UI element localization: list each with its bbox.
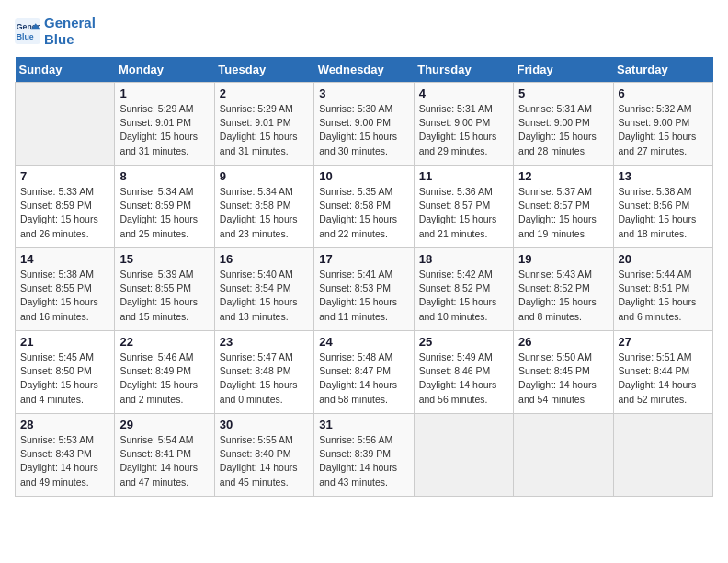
cell-info: Sunrise: 5:45 AMSunset: 8:50 PMDaylight:… <box>20 350 109 407</box>
calendar-cell: 3Sunrise: 5:30 AMSunset: 9:00 PMDaylight… <box>314 83 414 166</box>
cell-info: Sunrise: 5:34 AMSunset: 8:58 PMDaylight:… <box>220 185 309 241</box>
calendar-cell <box>514 414 613 497</box>
logo-icon: General Blue <box>15 18 40 44</box>
cell-info: Sunrise: 5:34 AMSunset: 8:59 PMDaylight:… <box>119 185 209 241</box>
weekday-header-monday: Monday <box>115 57 214 83</box>
calendar-cell: 25Sunrise: 5:49 AMSunset: 8:46 PMDayligh… <box>414 331 513 414</box>
calendar-header: SundayMondayTuesdayWednesdayThursdayFrid… <box>16 57 713 83</box>
calendar-cell: 15Sunrise: 5:39 AMSunset: 8:55 PMDayligh… <box>115 248 214 331</box>
cell-info: Sunrise: 5:47 AMSunset: 8:48 PMDaylight:… <box>220 350 309 407</box>
weekday-header-friday: Friday <box>514 57 613 83</box>
day-number: 24 <box>319 335 408 349</box>
cell-info: Sunrise: 5:36 AMSunset: 8:57 PMDaylight:… <box>419 185 508 241</box>
day-number: 17 <box>319 252 408 266</box>
cell-info: Sunrise: 5:40 AMSunset: 8:54 PMDaylight:… <box>220 268 309 324</box>
calendar-cell <box>16 83 115 166</box>
cell-info: Sunrise: 5:39 AMSunset: 8:55 PMDaylight:… <box>119 268 209 324</box>
cell-info: Sunrise: 5:29 AMSunset: 9:01 PMDaylight:… <box>119 102 209 158</box>
day-number: 14 <box>20 252 109 266</box>
weekday-header-thursday: Thursday <box>414 57 513 83</box>
calendar-cell: 18Sunrise: 5:42 AMSunset: 8:52 PMDayligh… <box>414 248 513 331</box>
day-number: 9 <box>220 169 309 183</box>
week-row-4: 21Sunrise: 5:45 AMSunset: 8:50 PMDayligh… <box>16 331 713 414</box>
cell-info: Sunrise: 5:53 AMSunset: 8:43 PMDaylight:… <box>20 433 109 489</box>
cell-info: Sunrise: 5:37 AMSunset: 8:57 PMDaylight:… <box>518 185 608 241</box>
calendar-cell: 1Sunrise: 5:29 AMSunset: 9:01 PMDaylight… <box>115 83 214 166</box>
day-number: 26 <box>518 335 608 349</box>
calendar-cell: 14Sunrise: 5:38 AMSunset: 8:55 PMDayligh… <box>16 248 115 331</box>
day-number: 4 <box>419 86 508 100</box>
cell-info: Sunrise: 5:56 AMSunset: 8:39 PMDaylight:… <box>319 433 408 489</box>
day-number: 7 <box>20 169 109 183</box>
cell-info: Sunrise: 5:31 AMSunset: 9:00 PMDaylight:… <box>419 102 508 158</box>
calendar-cell: 30Sunrise: 5:55 AMSunset: 8:40 PMDayligh… <box>214 414 313 497</box>
calendar-cell: 22Sunrise: 5:46 AMSunset: 8:49 PMDayligh… <box>115 331 214 414</box>
calendar-cell: 5Sunrise: 5:31 AMSunset: 9:00 PMDaylight… <box>514 83 613 166</box>
calendar-cell: 16Sunrise: 5:40 AMSunset: 8:54 PMDayligh… <box>214 248 313 331</box>
day-number: 11 <box>419 169 508 183</box>
calendar-cell: 12Sunrise: 5:37 AMSunset: 8:57 PMDayligh… <box>514 166 613 248</box>
calendar-cell: 21Sunrise: 5:45 AMSunset: 8:50 PMDayligh… <box>16 331 115 414</box>
calendar-cell: 23Sunrise: 5:47 AMSunset: 8:48 PMDayligh… <box>214 331 313 414</box>
day-number: 16 <box>220 252 309 266</box>
cell-info: Sunrise: 5:49 AMSunset: 8:46 PMDaylight:… <box>419 350 508 407</box>
weekday-header-saturday: Saturday <box>613 57 712 83</box>
week-row-1: 1Sunrise: 5:29 AMSunset: 9:01 PMDaylight… <box>16 83 713 166</box>
cell-info: Sunrise: 5:50 AMSunset: 8:45 PMDaylight:… <box>518 350 608 407</box>
calendar-cell: 4Sunrise: 5:31 AMSunset: 9:00 PMDaylight… <box>414 83 513 166</box>
day-number: 2 <box>220 86 309 100</box>
cell-info: Sunrise: 5:38 AMSunset: 8:56 PMDaylight:… <box>619 185 708 241</box>
calendar-cell: 17Sunrise: 5:41 AMSunset: 8:53 PMDayligh… <box>314 248 414 331</box>
page-header: General Blue General Blue <box>15 15 713 48</box>
cell-info: Sunrise: 5:51 AMSunset: 8:44 PMDaylight:… <box>619 350 708 407</box>
calendar-body: 1Sunrise: 5:29 AMSunset: 9:01 PMDaylight… <box>16 83 713 497</box>
calendar-cell <box>613 414 712 497</box>
calendar-cell: 9Sunrise: 5:34 AMSunset: 8:58 PMDaylight… <box>214 166 313 248</box>
weekday-header-tuesday: Tuesday <box>214 57 313 83</box>
day-number: 30 <box>220 418 309 431</box>
cell-info: Sunrise: 5:38 AMSunset: 8:55 PMDaylight:… <box>20 268 109 324</box>
cell-info: Sunrise: 5:32 AMSunset: 9:00 PMDaylight:… <box>619 102 708 158</box>
calendar-cell: 31Sunrise: 5:56 AMSunset: 8:39 PMDayligh… <box>314 414 414 497</box>
calendar-cell <box>414 414 513 497</box>
cell-info: Sunrise: 5:35 AMSunset: 8:58 PMDaylight:… <box>319 185 408 241</box>
cell-info: Sunrise: 5:30 AMSunset: 9:00 PMDaylight:… <box>319 102 408 158</box>
calendar-cell: 11Sunrise: 5:36 AMSunset: 8:57 PMDayligh… <box>414 166 513 248</box>
calendar-cell: 6Sunrise: 5:32 AMSunset: 9:00 PMDaylight… <box>613 83 712 166</box>
calendar-cell: 8Sunrise: 5:34 AMSunset: 8:59 PMDaylight… <box>115 166 214 248</box>
calendar-cell: 7Sunrise: 5:33 AMSunset: 8:59 PMDaylight… <box>16 166 115 248</box>
day-number: 5 <box>518 86 608 100</box>
calendar-cell: 24Sunrise: 5:48 AMSunset: 8:47 PMDayligh… <box>314 331 414 414</box>
day-number: 29 <box>119 418 209 431</box>
day-number: 12 <box>518 169 608 183</box>
calendar-cell: 13Sunrise: 5:38 AMSunset: 8:56 PMDayligh… <box>613 166 712 248</box>
day-number: 28 <box>20 418 109 431</box>
cell-info: Sunrise: 5:41 AMSunset: 8:53 PMDaylight:… <box>319 268 408 324</box>
day-number: 27 <box>619 335 708 349</box>
cell-info: Sunrise: 5:46 AMSunset: 8:49 PMDaylight:… <box>119 350 209 407</box>
day-number: 13 <box>619 169 708 183</box>
day-number: 21 <box>20 335 109 349</box>
calendar-cell: 2Sunrise: 5:29 AMSunset: 9:01 PMDaylight… <box>214 83 313 166</box>
day-number: 22 <box>119 335 209 349</box>
cell-info: Sunrise: 5:55 AMSunset: 8:40 PMDaylight:… <box>220 433 309 489</box>
week-row-2: 7Sunrise: 5:33 AMSunset: 8:59 PMDaylight… <box>16 166 713 248</box>
day-number: 25 <box>419 335 508 349</box>
calendar-cell: 28Sunrise: 5:53 AMSunset: 8:43 PMDayligh… <box>16 414 115 497</box>
cell-info: Sunrise: 5:33 AMSunset: 8:59 PMDaylight:… <box>20 185 109 241</box>
weekday-header-sunday: Sunday <box>16 57 115 83</box>
logo-text: General Blue <box>44 15 96 48</box>
day-number: 19 <box>518 252 608 266</box>
cell-info: Sunrise: 5:43 AMSunset: 8:52 PMDaylight:… <box>518 268 608 324</box>
calendar-cell: 27Sunrise: 5:51 AMSunset: 8:44 PMDayligh… <box>613 331 712 414</box>
calendar-cell: 20Sunrise: 5:44 AMSunset: 8:51 PMDayligh… <box>613 248 712 331</box>
calendar-cell: 29Sunrise: 5:54 AMSunset: 8:41 PMDayligh… <box>115 414 214 497</box>
day-number: 1 <box>119 86 209 100</box>
week-row-5: 28Sunrise: 5:53 AMSunset: 8:43 PMDayligh… <box>16 414 713 497</box>
svg-text:Blue: Blue <box>17 32 34 41</box>
cell-info: Sunrise: 5:42 AMSunset: 8:52 PMDaylight:… <box>419 268 508 324</box>
day-number: 20 <box>619 252 708 266</box>
week-row-3: 14Sunrise: 5:38 AMSunset: 8:55 PMDayligh… <box>16 248 713 331</box>
day-number: 15 <box>119 252 209 266</box>
weekday-header-row: SundayMondayTuesdayWednesdayThursdayFrid… <box>16 57 713 83</box>
